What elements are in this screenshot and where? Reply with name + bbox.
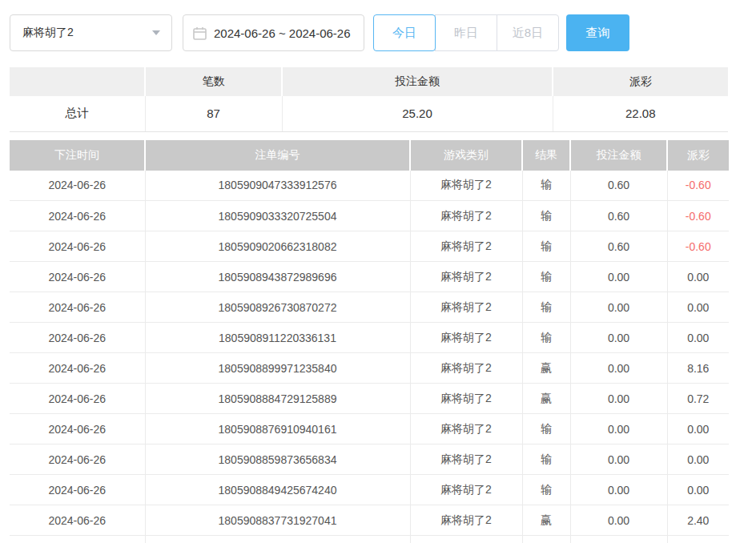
cell-order-id: 1805908876910940161 xyxy=(145,414,410,444)
filter-bar: 麻将胡了2 2024-06-26 ~ 2024-06-26 今日 昨日 近8日 … xyxy=(10,14,756,51)
cell-payout: 0.00 xyxy=(667,475,729,505)
cell-bet-amount: 0.60 xyxy=(570,201,667,231)
table-row: 2024-06-261805908849425674240麻将胡了2输0.000… xyxy=(10,475,729,505)
cell-bet-amount: 0.00 xyxy=(570,323,667,353)
summary-total-row: 总计 87 25.20 22.08 xyxy=(10,96,728,131)
table-row: 2024-06-261805908943872989696麻将胡了2输0.000… xyxy=(10,262,729,292)
table-row: 2024-06-261805908911220336131麻将胡了2输0.000… xyxy=(10,323,729,353)
cell-order-id: 1805908849425674240 xyxy=(145,475,410,505)
cell-bet-time: 2024-06-26 xyxy=(10,262,145,292)
header-game-type: 游戏类别 xyxy=(410,140,522,171)
game-select-value: 麻将胡了2 xyxy=(22,26,74,40)
cell-bet-time: 2024-06-26 xyxy=(10,292,145,323)
game-select[interactable]: 麻将胡了2 xyxy=(10,14,172,51)
cell-result: 赢 xyxy=(522,353,570,384)
cell-game-type: 麻将胡了2 xyxy=(410,171,522,201)
cell-bet-time: 2024-06-26 xyxy=(10,323,145,353)
cell-payout: 0.00 xyxy=(667,262,729,292)
cell-order-id: 1805909020662318082 xyxy=(145,231,410,262)
cell-bet-amount: 0.00 xyxy=(570,475,667,505)
cell-bet-time xyxy=(10,536,145,543)
cell-game-type: 麻将胡了2 xyxy=(410,505,522,536)
cell-bet-amount: 0.00 xyxy=(570,444,667,475)
table-row: 2024-06-261805908859873656834麻将胡了2输0.000… xyxy=(10,444,729,475)
cell-game-type: 麻将胡了2 xyxy=(410,353,522,384)
cell-game-type: 麻将胡了2 xyxy=(410,323,522,353)
summary-header-bet-amount: 投注金额 xyxy=(282,67,553,96)
header-payout: 派彩 xyxy=(667,140,729,171)
header-bet-time: 下注时间 xyxy=(10,140,145,171)
search-button[interactable]: 查询 xyxy=(566,14,629,51)
cell-payout: 2.40 xyxy=(667,505,729,536)
cell-result: 输 xyxy=(522,475,570,505)
cell-payout: 0.00 xyxy=(667,444,729,475)
summary-header-payout: 派彩 xyxy=(553,67,728,96)
cell-game-type: 麻将胡了2 xyxy=(410,231,522,262)
cell-payout: 8.16 xyxy=(667,353,729,384)
summary-table: 笔数 投注金额 派彩 总计 87 25.20 22.08 xyxy=(10,67,728,132)
cell-game-type: 麻将胡了2 xyxy=(410,384,522,414)
quick-range-last8days[interactable]: 近8日 xyxy=(497,14,559,51)
table-row: 2024-06-261805908899971235840麻将胡了2赢0.008… xyxy=(10,353,729,384)
summary-header-row: 笔数 投注金额 派彩 xyxy=(10,67,728,96)
cell-result: 输 xyxy=(522,444,570,475)
table-row: 2024-06-261805909020662318082麻将胡了2输0.60-… xyxy=(10,231,729,262)
records-table: 下注时间 注单编号 游戏类别 结果 投注金额 派彩 2024-06-261805… xyxy=(10,140,729,543)
summary-header-count: 笔数 xyxy=(145,67,282,96)
cell-result: 赢 xyxy=(522,505,570,536)
summary-total-payout: 22.08 xyxy=(553,96,728,131)
table-row: 2024-06-261805909033320725504麻将胡了2输0.60-… xyxy=(10,201,729,231)
cell-result: 赢 xyxy=(522,384,570,414)
cell-game-type: 麻将胡了2 xyxy=(410,444,522,475)
records-tbody: 2024-06-261805909047333912576麻将胡了2输0.60-… xyxy=(10,171,729,543)
cell-result: 输 xyxy=(522,201,570,231)
cell-payout: 0.00 xyxy=(667,292,729,323)
table-row: 2024-06-261805908876910940161麻将胡了2输0.000… xyxy=(10,414,729,444)
cell-order-id: 1805908837731927041 xyxy=(145,505,410,536)
quick-range-group: 今日 昨日 近8日 xyxy=(373,14,559,51)
table-row: 2024-06-261805908926730870272麻将胡了2输0.000… xyxy=(10,292,729,323)
cell-bet-time: 2024-06-26 xyxy=(10,444,145,475)
quick-range-yesterday[interactable]: 昨日 xyxy=(435,14,497,51)
cell-bet-time: 2024-06-26 xyxy=(10,353,145,384)
cell-bet-amount: 0.00 xyxy=(570,353,667,384)
chevron-down-icon xyxy=(152,30,160,35)
cell-bet-amount: 0.00 xyxy=(570,262,667,292)
cell-payout: -0.60 xyxy=(667,171,729,201)
summary-total-bet-amount: 25.20 xyxy=(282,96,553,131)
cell-bet-time: 2024-06-26 xyxy=(10,475,145,505)
cell-bet-time: 2024-06-26 xyxy=(10,384,145,414)
cell-bet-time: 2024-06-26 xyxy=(10,231,145,262)
date-range-value: 2024-06-26 ~ 2024-06-26 xyxy=(214,26,351,40)
cell-bet-amount: 0.60 xyxy=(570,231,667,262)
cell-result: 输 xyxy=(522,231,570,262)
cell-result: 输 xyxy=(522,292,570,323)
date-range-input[interactable]: 2024-06-26 ~ 2024-06-26 xyxy=(183,14,364,51)
cell-result: 输 xyxy=(522,262,570,292)
header-order-id: 注单编号 xyxy=(145,140,410,171)
cell-game-type: 麻将胡了2 xyxy=(410,292,522,323)
cell-payout: 0.00 xyxy=(667,414,729,444)
cell-payout: 0.00 xyxy=(667,323,729,353)
header-result: 结果 xyxy=(522,140,570,171)
cell-bet-amount: 0.00 xyxy=(570,292,667,323)
cell-payout: -0.60 xyxy=(667,201,729,231)
quick-range-today[interactable]: 今日 xyxy=(373,14,436,51)
cell-order-id: 1805908911220336131 xyxy=(145,323,410,353)
cell-result: 输 xyxy=(522,414,570,444)
table-row: 2024-06-261805909047333912576麻将胡了2输0.60-… xyxy=(10,171,729,201)
cell-bet-time: 2024-06-26 xyxy=(10,414,145,444)
calendar-icon xyxy=(193,26,207,40)
cell-game-type xyxy=(410,536,522,543)
cell-order-id xyxy=(145,536,410,543)
records-header-row: 下注时间 注单编号 游戏类别 结果 投注金额 派彩 xyxy=(10,140,729,171)
cell-bet-time: 2024-06-26 xyxy=(10,505,145,536)
table-row: 2024-06-261805908884729125889麻将胡了2赢0.000… xyxy=(10,384,729,414)
cell-payout: -0.60 xyxy=(667,231,729,262)
summary-total-label: 总计 xyxy=(10,96,145,131)
cell-result: 输 xyxy=(522,323,570,353)
cell-bet-time: 2024-06-26 xyxy=(10,201,145,231)
cell-order-id: 1805908899971235840 xyxy=(145,353,410,384)
summary-header-empty xyxy=(10,67,145,96)
cell-game-type: 麻将胡了2 xyxy=(410,201,522,231)
